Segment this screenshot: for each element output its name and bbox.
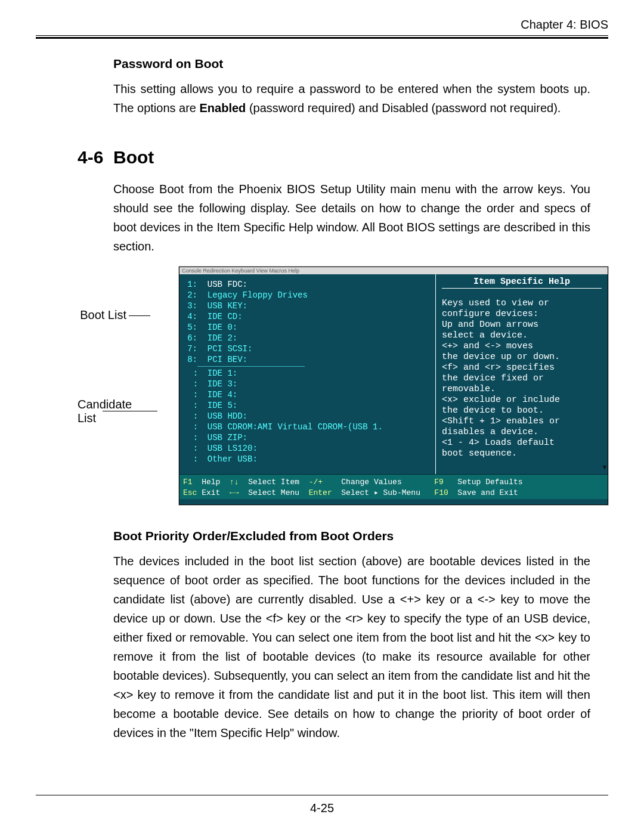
bios-menubar: Console Redirection Keyboard View Macros… <box>179 267 608 274</box>
candidate-list-item: : Other USB: <box>183 454 432 465</box>
help-line: select a device. <box>442 330 602 341</box>
boot-list-item: 5: IDE 0: <box>183 322 432 333</box>
boot-list-item: 8: PCI BEV: <box>183 354 432 365</box>
candidate-list-item: : IDE 5: <box>183 400 432 411</box>
bios-screenshot: Console Redirection Keyboard View Macros… <box>179 267 608 505</box>
heading-4-6-boot: 4-6Boot <box>78 147 590 168</box>
candidate-list-item: : IDE 1: <box>183 368 432 379</box>
chapter-label: Chapter 4: BIOS <box>36 18 608 34</box>
bios-left-pane: 1: USB FDC:2: Legacy Floppy Drives3: USB… <box>179 274 436 474</box>
help-line: <f> and <r> specifies <box>442 363 602 373</box>
help-title: Item Specific Help <box>442 274 602 289</box>
help-line: the device fixed or <box>442 373 602 384</box>
candidate-list-item: : IDE 3: <box>183 379 432 389</box>
heading-password-on-boot: Password on Boot <box>113 57 590 71</box>
boot-list-item: 4: IDE CD: <box>183 311 432 322</box>
candidate-list-item: : USB CDROM:AMI Virtual CDROM-(USB 1. <box>183 422 432 432</box>
bios-footer: F1 Help ↑↓ Select Item -/+ Change Values… <box>179 474 608 499</box>
candidate-list-item: : USB HDD: <box>183 411 432 422</box>
help-line: <+> and <-> moves <box>442 341 602 352</box>
help-line: Up and Down arrows <box>442 320 602 330</box>
help-line: configure devices: <box>442 309 602 320</box>
help-line: boot sequence. <box>442 448 602 459</box>
annotation-boot-list: Boot List <box>78 308 126 322</box>
candidate-list-item: : IDE 4: <box>183 389 432 400</box>
page-number: 4-25 <box>0 801 644 815</box>
help-line: <Shift + 1> enables or <box>442 416 602 427</box>
candidate-list-item: : USB ZIP: <box>183 432 432 443</box>
bios-help-pane: Item Specific Help Keys used to view orc… <box>436 274 608 474</box>
paragraph: This setting allows you to require a pas… <box>113 79 590 117</box>
help-line: disables a device. <box>442 427 602 438</box>
text: (password required) and Disabled (passwo… <box>246 101 561 114</box>
bios-figure: Boot List Candidate List Console Redirec… <box>78 267 590 511</box>
annotation-candidate-list: Candidate List <box>78 398 137 425</box>
paragraph: The devices included in the boot list se… <box>113 552 590 742</box>
boot-list-item: 2: Legacy Floppy Drives <box>183 290 432 301</box>
section-title: Boot <box>113 147 154 167</box>
help-line: Keys used to view or <box>442 298 602 309</box>
boot-list-item: 1: USB FDC: <box>183 279 432 290</box>
help-line: the device to boot. <box>442 405 602 416</box>
section-number: 4-6 <box>78 147 113 168</box>
boot-list-item: 3: USB KEY: <box>183 301 432 311</box>
help-line: <x> exclude or include <box>442 395 602 405</box>
candidate-list-item: : USB LS120: <box>183 443 432 454</box>
bold-text: Enabled <box>200 101 246 114</box>
paragraph: Choose Boot from the Phoenix BIOS Setup … <box>113 179 590 256</box>
help-line: <1 - 4> Loads default <box>442 438 602 448</box>
boot-list-item: 7: PCI SCSI: <box>183 343 432 354</box>
scroll-indicator-icon: ▼ <box>602 464 606 471</box>
heading-boot-priority: Boot Priority Order/Excluded from Boot O… <box>113 529 590 543</box>
boot-list-item: 6: IDE 2: <box>183 333 432 343</box>
help-line: removable. <box>442 384 602 395</box>
help-line: the device up or down. <box>442 352 602 363</box>
